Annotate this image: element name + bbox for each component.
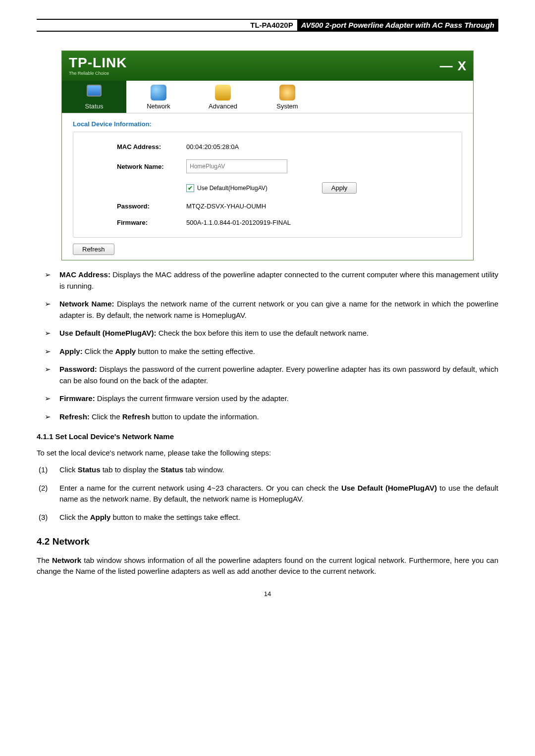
- tab-label: Status: [85, 102, 104, 110]
- monitor-icon: [86, 85, 102, 101]
- password-label: Password:: [82, 202, 186, 210]
- tab-bar: Status Network Advanced System: [62, 81, 473, 113]
- refresh-button[interactable]: Refresh: [73, 244, 114, 255]
- folder-icon: [215, 85, 231, 101]
- minimize-icon[interactable]: —: [440, 58, 453, 74]
- list-item: (1)Click Status tab to display the Statu…: [37, 464, 498, 476]
- logo: TP-LINK The Reliable Choice: [69, 56, 127, 76]
- tab-network[interactable]: Network: [126, 81, 191, 113]
- globe-icon: [151, 85, 166, 101]
- window-titlebar: TP-LINK The Reliable Choice — X: [62, 51, 473, 81]
- status-panel: Local Device Information: MAC Address: 0…: [62, 113, 473, 245]
- network-name-label: Network Name:: [82, 163, 186, 170]
- section-title: Local Device Information:: [73, 120, 462, 128]
- tab-label: System: [276, 102, 298, 110]
- tab-label: Advanced: [209, 102, 237, 110]
- apply-button[interactable]: Apply: [322, 182, 357, 194]
- list-item: Network Name: Displays the network name …: [37, 299, 498, 321]
- list-item: Use Default (HomePlugAV): Check the box …: [37, 328, 498, 339]
- firmware-label: Firmware:: [82, 219, 186, 226]
- close-icon[interactable]: X: [458, 58, 466, 74]
- mac-value: 00:04:20:05:28:0A: [186, 143, 239, 151]
- list-item: Refresh: Click the Refresh button to upd…: [37, 411, 498, 423]
- gear-icon: [279, 85, 295, 101]
- heading-4-1-1: 4.1.1 Set Local Device's Network Name: [37, 431, 498, 443]
- use-default-checkbox[interactable]: ✔: [186, 184, 194, 192]
- list-item: MAC Address: Displays the MAC address of…: [37, 269, 498, 292]
- password-value: MTQZ-DSVX-YHAU-OUMH: [186, 202, 266, 210]
- network-name-input[interactable]: [186, 159, 287, 173]
- tab-label: Network: [147, 102, 170, 110]
- logo-text: TP-LINK: [69, 56, 127, 70]
- body-text: MAC Address: Displays the MAC address of…: [37, 269, 498, 577]
- window-controls: — X: [440, 58, 466, 74]
- tab-status[interactable]: Status: [62, 81, 126, 113]
- info-box: MAC Address: 00:04:20:05:28:0A Network N…: [73, 132, 462, 238]
- list-item: (3)Click the Apply button to make the se…: [37, 512, 498, 523]
- heading-4-2: 4.2 Network: [37, 535, 498, 549]
- firmware-value: 500A-1.1.0.844-01-20120919-FINAL: [186, 219, 291, 226]
- header: TL-PA4020P AV500 2-port Powerline Adapte…: [37, 19, 498, 31]
- model-code: TL-PA4020P: [250, 19, 297, 31]
- list-item: Firmware: Displays the current firmware …: [37, 393, 498, 404]
- document-title: AV500 2-port Powerline Adapter with AC P…: [297, 19, 498, 31]
- page-number: 14: [37, 590, 498, 598]
- mac-label: MAC Address:: [82, 143, 186, 151]
- tab-system[interactable]: System: [255, 81, 320, 113]
- tab-advanced[interactable]: Advanced: [191, 81, 255, 113]
- paragraph: The Network tab window shows information…: [37, 555, 498, 577]
- list-item: (2)Enter a name for the current network …: [37, 483, 498, 505]
- feature-list: MAC Address: Displays the MAC address of…: [37, 269, 498, 422]
- page: TL-PA4020P AV500 2-port Powerline Adapte…: [0, 0, 535, 612]
- utility-window: TP-LINK The Reliable Choice — X Status N…: [61, 50, 474, 260]
- use-default-label: Use Default(HomePlugAV): [197, 185, 268, 192]
- paragraph: To set the local device's network name, …: [37, 448, 498, 459]
- list-item: Apply: Click the Apply button to make th…: [37, 346, 498, 357]
- list-item: Password: Displays the password of the c…: [37, 364, 498, 386]
- steps-list: (1)Click Status tab to display the Statu…: [37, 464, 498, 523]
- logo-slogan: The Reliable Choice: [69, 71, 127, 76]
